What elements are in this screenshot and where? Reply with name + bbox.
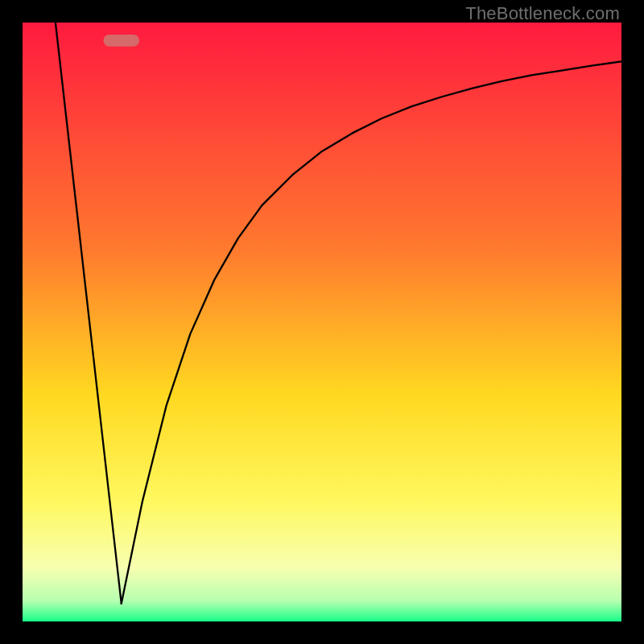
plot-area (23, 23, 621, 621)
target-marker (103, 35, 139, 47)
chart-curves (23, 23, 621, 621)
watermark-text: TheBottleneck.com (465, 3, 620, 24)
series-left-line (56, 23, 122, 604)
series-right-curve (122, 61, 621, 603)
chart-container: TheBottleneck.com (0, 0, 644, 644)
